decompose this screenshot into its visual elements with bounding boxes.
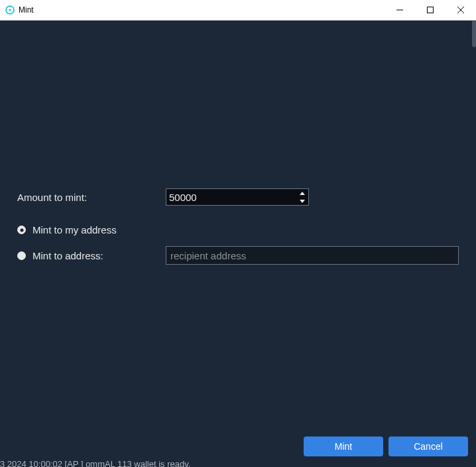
amount-label: Amount to mint:: [17, 192, 166, 203]
mint-to-my-address-label: Mint to my address: [32, 224, 165, 235]
svg-point-1: [9, 9, 11, 11]
mint-to-my-address-option[interactable]: Mint to my address: [17, 224, 459, 235]
cancel-button[interactable]: Cancel: [388, 436, 468, 456]
mint-button[interactable]: Mint: [304, 436, 383, 456]
close-button[interactable]: [446, 0, 476, 20]
maximize-button[interactable]: [415, 0, 446, 20]
titlebar: Mint: [0, 0, 476, 21]
mint-destination-group: Mint to my address Mint to address:: [17, 224, 459, 265]
amount-input[interactable]: [166, 188, 309, 206]
content-area: Amount to mint: Mint to my address Mint …: [0, 21, 476, 467]
svg-marker-7: [300, 200, 305, 203]
window-controls: [385, 0, 476, 20]
status-bar-text: 3 2024 10:00:02 [AP ] ommAL 113 wallet i…: [0, 459, 190, 467]
svg-marker-6: [300, 192, 305, 195]
amount-input-wrapper: [166, 188, 309, 206]
app-icon: [5, 5, 15, 15]
spinner-buttons: [296, 189, 308, 205]
mint-to-address-option[interactable]: Mint to address:: [17, 250, 166, 261]
amount-row: Amount to mint:: [17, 188, 459, 206]
recipient-address-input[interactable]: [166, 246, 459, 265]
minimize-button[interactable]: [385, 0, 415, 20]
radio-selected-icon: [17, 226, 26, 234]
mint-to-address-label: Mint to address:: [32, 250, 165, 261]
window-title: Mint: [19, 5, 385, 15]
radio-unselected-icon: [17, 251, 26, 260]
button-row: Mint Cancel: [304, 436, 468, 456]
spinner-down-button[interactable]: [296, 197, 308, 205]
svg-rect-3: [428, 7, 434, 13]
spinner-up-button[interactable]: [296, 189, 308, 197]
